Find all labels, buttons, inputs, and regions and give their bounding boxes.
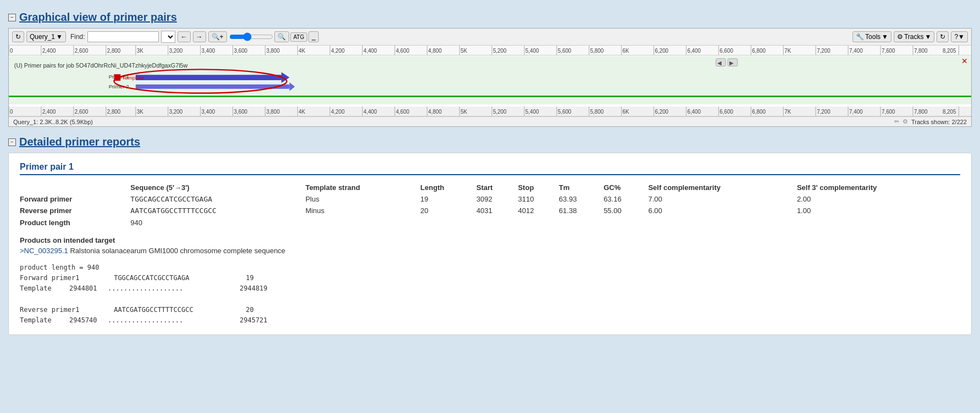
svg-text:8,205: 8,205 [943,108,956,114]
svg-text:3,200: 3,200 [169,108,183,114]
svg-text:7,600: 7,600 [882,47,895,53]
svg-text:3,800: 3,800 [266,108,280,114]
seq-reverse-pos1: 1 [75,305,114,315]
help-button[interactable]: ?▼ [951,31,968,42]
detailed-collapse-icon[interactable]: − [8,138,16,146]
primer-pair-1-title: Primer pair 1 [20,162,960,175]
svg-text:5,600: 5,600 [558,108,572,114]
svg-text:7,400: 7,400 [849,47,863,53]
tools-button[interactable]: 🔧 Tools ▼ [852,31,892,42]
forward-sequence: TGGCAGCCATCGCCTGAGA [130,193,305,205]
svg-text:3,600: 3,600 [234,47,248,53]
svg-text:4K: 4K [298,47,305,53]
col-header-name [20,182,130,193]
bottom-ruler-svg: 0 2,400 2,600 2,800 3K 3,200 3,400 3,600… [9,107,971,116]
reverse-self3-comp: 1.00 [797,205,960,216]
graphical-view-panel: ↻ Query_1 ▼ Find: ← → 🔍+ 🔍 ATG ⎯ 🔧 Tools [8,28,972,127]
back-button[interactable]: ↻ [12,31,24,42]
graphical-section-title[interactable]: Graphical view of primer pairs [19,11,177,24]
zoom-slider-area: 🔍 ATG ⎯ [229,31,319,42]
svg-text:7,800: 7,800 [914,47,928,53]
svg-text:6,800: 6,800 [752,108,766,114]
reverse-label: Reverse primer [20,205,130,216]
reverse-gc: 55.00 [603,205,648,216]
svg-text:4,800: 4,800 [428,47,442,53]
product-description: Ralstonia solanacearum GMI1000 chromosom… [68,247,285,255]
track-svg: ✕ ◀ ▶ (U) Primer pairs for job 5O47dOhrR… [9,55,971,105]
zoom-seq-button[interactable]: 🔍 [274,31,289,42]
svg-text:6,800: 6,800 [752,47,766,53]
status-bar: Query_1: 2.3K..8.2K (5.9Kbp) ✏ ⚙ Tracks … [9,116,971,126]
seq-template2-pos2: 2945721 [240,315,273,326]
toolbar-right: 🔧 Tools ▼ ⚙ Tracks ▼ ↻ ?▼ [852,31,968,42]
nav-back-button[interactable]: ← [178,31,191,42]
tracks-button[interactable]: ⚙ Tracks ▼ [894,31,934,42]
svg-text:5,400: 5,400 [525,47,539,53]
products-title: Products on intended target [20,236,960,244]
forward-self-comp: 7.00 [648,193,796,205]
svg-text:3,200: 3,200 [169,47,183,53]
svg-text:7K: 7K [784,47,791,53]
forward-primer-row: Forward primer TGGCAGCCATCGCCTGAGA Plus … [20,193,960,205]
seq-reverse-pos2: 20 [246,305,279,315]
svg-text:✕: ✕ [961,57,968,65]
product-length-row: Product length 940 [20,216,960,228]
svg-text:5,400: 5,400 [525,108,539,114]
zoom-in-button[interactable]: 🔍+ [208,31,227,42]
forward-strand: Plus [306,193,420,205]
seq-detail-template1: Template 2944801 ................... 294… [20,283,960,294]
forward-label: Forward primer [20,193,130,205]
svg-rect-69 [136,75,281,80]
svg-text:2,600: 2,600 [75,108,88,114]
svg-text:6,200: 6,200 [655,47,669,53]
nav-forward-button[interactable]: → [193,31,206,42]
seq-reverse-label: Reverse primer [20,305,75,315]
zoom-slider[interactable] [229,32,273,41]
forward-start: 3092 [477,193,518,205]
col-header-self3-comp: Self 3' complementarity [797,182,960,193]
reverse-length: 20 [420,205,477,216]
svg-text:Primer 2: Primer 2 [109,83,129,90]
svg-text:4,400: 4,400 [363,47,377,53]
svg-text:5,200: 5,200 [493,47,507,53]
find-dropdown[interactable] [161,31,175,43]
seq-template1-pos2: 2944819 [240,283,273,294]
svg-text:4,600: 4,600 [396,47,409,53]
graphical-collapse-icon[interactable]: − [8,14,16,21]
col-header-start: Start [477,182,518,193]
table-header-row: Sequence (5'→3') Template strand Length … [20,182,960,193]
find-input[interactable] [87,31,159,42]
product-link-line: >NC_003295.1 Ralstonia solanacearum GMI1… [20,247,960,255]
tracks-label: Tracks [904,33,924,41]
svg-text:8,205: 8,205 [943,47,956,53]
refresh-button[interactable]: ↻ [937,31,949,42]
zoom-atg-button[interactable]: ATG [290,32,308,42]
svg-text:4,200: 4,200 [331,47,345,53]
product-link[interactable]: >NC_003295.1 [20,247,68,255]
svg-text:2,400: 2,400 [42,108,56,114]
seq-template1-dots: ................... [108,283,240,294]
track-area: ✕ ◀ ▶ (U) Primer pairs for job 5O47dOhrR… [9,55,971,107]
svg-text:◀: ◀ [717,60,722,66]
zoom-bar-button[interactable]: ⎯ [308,31,319,42]
toolbar: ↻ Query_1 ▼ Find: ← → 🔍+ 🔍 ATG ⎯ 🔧 Tools [9,29,971,46]
svg-text:7,400: 7,400 [849,108,863,114]
forward-gc: 63.16 [603,193,648,205]
seq-template1-label: Template [20,283,69,294]
svg-text:2,400: 2,400 [42,47,56,53]
settings-icon[interactable]: ⚙ [903,118,908,125]
forward-tm: 63.93 [559,193,603,205]
detailed-section-header: − Detailed primer reports [8,136,972,148]
edit-icon[interactable]: ✏ [894,118,899,125]
svg-text:4,400: 4,400 [363,108,377,114]
svg-text:6,600: 6,600 [719,108,733,114]
svg-text:2,800: 2,800 [107,108,121,114]
svg-text:5,800: 5,800 [590,47,604,53]
svg-text:7,200: 7,200 [817,47,830,53]
query-dropdown[interactable]: Query_1 ▼ [26,31,66,42]
svg-text:3,400: 3,400 [202,108,215,114]
seq-detail-forward: Forward primer 1 TGGCAGCCATCGCCTGAGA 19 [20,273,960,283]
svg-text:5,600: 5,600 [558,47,572,53]
detailed-section-title[interactable]: Detailed primer reports [19,136,140,148]
col-header-sequence: Sequence (5'→3') [130,182,305,193]
